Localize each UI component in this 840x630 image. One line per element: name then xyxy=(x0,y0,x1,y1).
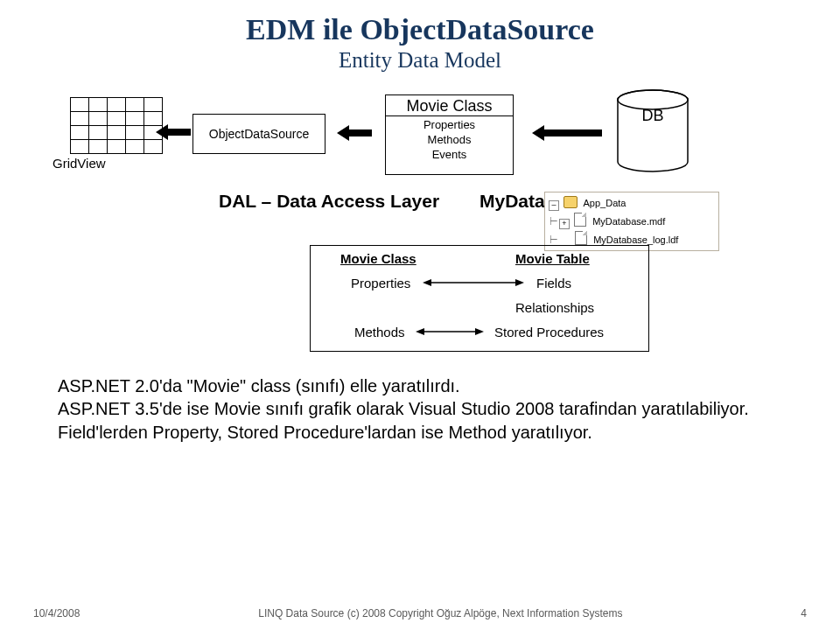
gridview-icon xyxy=(70,97,163,154)
solution-tree: – App_Data ⊢+ MyDatabase.mdf ⊢ MyDatabas… xyxy=(544,192,719,251)
footer-copyright: LINQ Data Source (c) 2008 Copyright Oğuz… xyxy=(258,607,622,620)
mapping-left-title: Movie Class xyxy=(340,251,416,266)
body-text: ASP.NET 2.0'da "Movie" class (sınıfı) el… xyxy=(58,374,775,444)
gridview-label: GridView xyxy=(52,156,106,171)
tree-folder-row: – App_Data xyxy=(549,194,715,211)
svg-marker-2 xyxy=(532,125,602,141)
body-line1: ASP.NET 2.0'da "Movie" class (sınıfı) el… xyxy=(58,374,775,397)
dal-label: DAL – Data Access Layer xyxy=(219,191,439,212)
database-icon xyxy=(617,89,689,172)
database-label: DB xyxy=(630,107,676,125)
mapping-arrow-methods-storedproc xyxy=(416,326,484,338)
movie-class-title: Movie Class xyxy=(386,95,513,116)
svg-marker-6 xyxy=(423,279,431,286)
svg-marker-7 xyxy=(515,279,524,286)
mapping-right-storedproc: Stored Procedures xyxy=(494,325,604,340)
mapping-right-fields: Fields xyxy=(536,276,571,290)
svg-marker-0 xyxy=(156,124,191,140)
mapping-left-methods: Methods xyxy=(354,325,405,340)
arrow-movie-to-ods xyxy=(337,123,372,143)
footer-page: 4 xyxy=(801,607,807,620)
body-line3: Field'lerden Property, Stored Procedure'… xyxy=(58,421,775,444)
tree-file1-label: MyDatabase.mdf xyxy=(592,216,665,227)
mapping-left-properties: Properties xyxy=(351,276,410,290)
svg-marker-10 xyxy=(475,328,484,335)
movie-class-prop-methods: Methods xyxy=(386,133,513,148)
mapping-box: Movie Class Movie Table Properties Field… xyxy=(310,245,649,352)
arrow-db-to-movie xyxy=(532,123,602,143)
subtitle-text: Entity Data Model xyxy=(0,48,840,74)
folder-icon xyxy=(564,196,578,208)
movie-class-prop-events: Events xyxy=(386,148,513,163)
footer: 10/4/2008 LINQ Data Source (c) 2008 Copy… xyxy=(33,607,807,620)
file-icon xyxy=(574,213,586,227)
movie-class-box: Movie Class Properties Methods Events xyxy=(385,94,514,175)
mapping-right-relationships: Relationships xyxy=(515,300,594,315)
objectdatasource-label: ObjectDataSource xyxy=(209,127,309,141)
svg-marker-1 xyxy=(337,125,372,141)
mapping-right-title: Movie Table xyxy=(515,251,590,266)
tree-file1-row: ⊢+ MyDatabase.mdf xyxy=(549,211,715,229)
tree-file2-label: MyDatabase_log.ldf xyxy=(593,234,678,245)
slide-title: EDM ile ObjectDataSource Entity Data Mod… xyxy=(0,12,840,74)
svg-marker-9 xyxy=(416,328,424,335)
objectdatasource-box: ObjectDataSource xyxy=(192,114,326,154)
arrow-ods-to-grid xyxy=(156,122,191,142)
footer-date: 10/4/2008 xyxy=(33,607,80,620)
file-icon xyxy=(575,231,587,245)
tree-folder-label: App_Data xyxy=(584,198,626,208)
body-line2: ASP.NET 3.5'de ise Movie sınıfı grafik o… xyxy=(58,397,775,420)
movie-class-prop-properties: Properties xyxy=(386,118,513,133)
mapping-arrow-properties-fields xyxy=(423,276,524,289)
title-text: EDM ile ObjectDataSource xyxy=(246,13,594,46)
